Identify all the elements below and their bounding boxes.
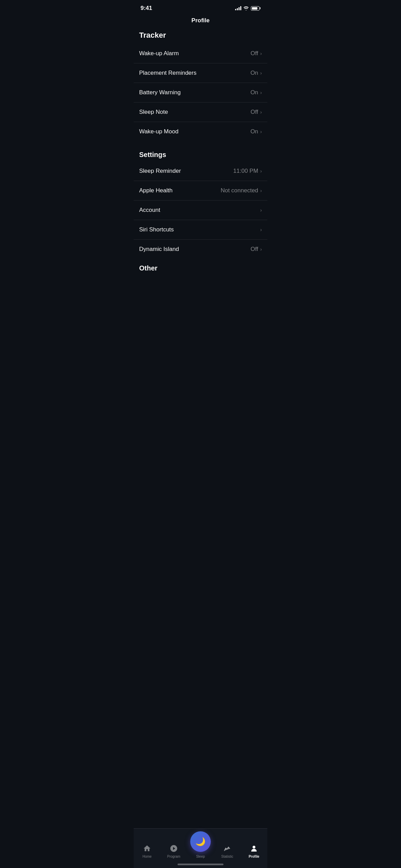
battery-warning-label: Battery Warning	[139, 89, 181, 96]
sleep-note-label: Sleep Note	[139, 109, 168, 116]
status-time: 9:41	[141, 5, 152, 12]
other-section: Other	[134, 264, 267, 272]
tracker-title: Tracker	[139, 31, 166, 39]
wakeup-mood-value: On ›	[251, 128, 262, 135]
wakeup-alarm-item[interactable]: Wake-up Alarm Off ›	[134, 44, 267, 63]
siri-shortcuts-label: Siri Shortcuts	[139, 226, 174, 233]
wakeup-mood-label: Wake-up Mood	[139, 128, 179, 135]
sleep-note-value: Off ›	[251, 109, 262, 116]
chevron-icon: ›	[260, 129, 262, 134]
other-title: Other	[139, 264, 157, 272]
settings-list: Sleep Reminder 11:00 PM › Apple Health N…	[134, 161, 267, 259]
wifi-icon	[243, 6, 249, 10]
dynamic-island-value: Off ›	[251, 246, 262, 253]
battery-icon	[251, 6, 260, 11]
wakeup-alarm-value: Off ›	[251, 50, 262, 57]
chevron-icon: ›	[260, 168, 262, 174]
placement-reminders-item[interactable]: Placement Reminders On ›	[134, 63, 267, 83]
content: Tracker Wake-up Alarm Off › Placement Re…	[134, 29, 267, 313]
account-label: Account	[139, 207, 160, 214]
sleep-reminder-label: Sleep Reminder	[139, 168, 181, 174]
wakeup-mood-item[interactable]: Wake-up Mood On ›	[134, 122, 267, 141]
apple-health-label: Apple Health	[139, 187, 172, 194]
chevron-icon: ›	[260, 207, 262, 213]
sleep-reminder-value: 11:00 PM ›	[233, 168, 262, 174]
wakeup-alarm-label: Wake-up Alarm	[139, 50, 179, 57]
settings-title: Settings	[139, 151, 166, 158]
sleep-note-item[interactable]: Sleep Note Off ›	[134, 103, 267, 122]
siri-shortcuts-value: ›	[258, 227, 262, 232]
tracker-list: Wake-up Alarm Off › Placement Reminders …	[134, 44, 267, 141]
account-item[interactable]: Account ›	[134, 201, 267, 220]
status-bar: 9:41	[134, 0, 267, 14]
tracker-section-header: Tracker	[134, 29, 267, 44]
chevron-icon: ›	[260, 51, 262, 56]
siri-shortcuts-item[interactable]: Siri Shortcuts ›	[134, 220, 267, 240]
chevron-icon: ›	[260, 227, 262, 232]
signal-bars-icon	[235, 6, 241, 10]
settings-section: Settings Sleep Reminder 11:00 PM › Apple…	[134, 145, 267, 259]
dynamic-island-item[interactable]: Dynamic Island Off ›	[134, 240, 267, 259]
settings-section-header: Settings	[134, 145, 267, 161]
chevron-icon: ›	[260, 70, 262, 76]
apple-health-item[interactable]: Apple Health Not connected ›	[134, 181, 267, 201]
chevron-icon: ›	[260, 109, 262, 115]
battery-warning-item[interactable]: Battery Warning On ›	[134, 83, 267, 103]
battery-warning-value: On ›	[251, 89, 262, 96]
status-icons	[235, 6, 260, 11]
apple-health-value: Not connected ›	[221, 187, 262, 194]
sleep-reminder-item[interactable]: Sleep Reminder 11:00 PM ›	[134, 161, 267, 181]
chevron-icon: ›	[260, 246, 262, 252]
dynamic-island-label: Dynamic Island	[139, 246, 179, 253]
nav-header: Profile	[134, 14, 267, 29]
placement-reminders-label: Placement Reminders	[139, 70, 196, 76]
account-value: ›	[258, 207, 262, 213]
placement-reminders-value: On ›	[251, 70, 262, 76]
page-title: Profile	[192, 17, 210, 24]
chevron-icon: ›	[260, 188, 262, 193]
chevron-icon: ›	[260, 90, 262, 95]
